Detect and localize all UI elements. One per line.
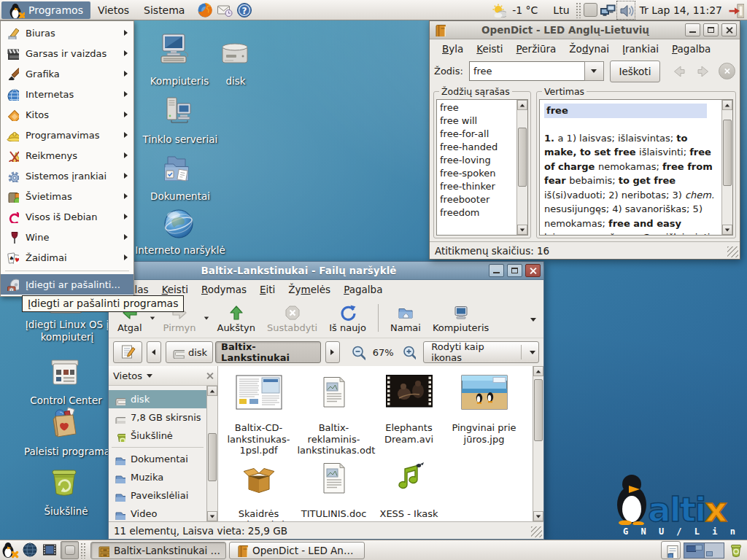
scroll-down-button[interactable] (533, 511, 543, 521)
video-launcher-icon[interactable] (41, 541, 59, 559)
od-menu-pagalba[interactable]: Pagalba (665, 42, 717, 56)
fm-menu-eiti[interactable]: Eiti (253, 282, 282, 297)
view-mode-select[interactable]: Rodyti kaip ikonas (423, 341, 539, 363)
od-menu-keisti[interactable]: Keisti (470, 42, 509, 56)
od-menu-odynai[interactable]: Žodynai (562, 42, 616, 56)
workspace-1[interactable] (684, 543, 704, 558)
od-close-button[interactable] (721, 23, 737, 36)
scroll-track[interactable] (722, 110, 732, 225)
toolbar-auk-tyn-button[interactable]: Aukštyn (211, 302, 260, 334)
baltix-launcher-icon[interactable] (1, 541, 20, 559)
menu-item-wine[interactable]: Wine (1, 227, 133, 247)
scroll-track[interactable] (207, 396, 217, 511)
clock[interactable]: Tr Lap 14, 11:27 (636, 4, 726, 16)
desktop-icon-iuk-lin[interactable]: Šiukšlinė (28, 464, 104, 518)
search-button[interactable]: Ieškoti (610, 61, 660, 82)
menu-item-kitos[interactable]: Kitos (1, 104, 133, 125)
scroll-track[interactable] (533, 376, 543, 511)
scroll-down-button[interactable] (517, 225, 527, 235)
sidebar-item-iuk-lin[interactable]: Šiukšlinė (109, 427, 206, 445)
files-scrollbar[interactable] (533, 366, 543, 521)
location-edit-button[interactable] (113, 341, 142, 363)
sidebar-item-disk[interactable]: disk (109, 390, 206, 408)
mail-launcher-icon[interactable] (216, 1, 233, 19)
history-back-icon[interactable] (670, 63, 689, 80)
fm-menu-rodymas[interactable]: Rodymas (195, 282, 253, 297)
desktop-icon-kompiuteris[interactable]: Kompiuteris (143, 32, 216, 88)
panel-handle[interactable] (80, 542, 86, 559)
sidebar-close-icon[interactable] (206, 373, 213, 379)
path-scroll-left-button[interactable] (147, 341, 161, 363)
menu-item-vietimas[interactable]: Švietimas (1, 186, 133, 206)
od-minimize-button[interactable] (685, 23, 700, 36)
translation-scrollbar[interactable] (721, 100, 732, 235)
wordlist-scrollbar[interactable] (516, 100, 527, 235)
sidebar-item-dokumentai[interactable]: Dokumentai (109, 450, 206, 468)
workspace-2[interactable] (704, 543, 724, 558)
taskbar-button-baltix-lankstinukai-f[interactable]: Baltix-Lankstinukai - F... (90, 542, 226, 559)
file-pingvinai-prie-j-ros-jpg[interactable]: Pingvinai prie jūros.jpg (446, 370, 522, 456)
zoom-out-icon[interactable] (350, 344, 365, 360)
sidebar-header[interactable]: Vietos (109, 366, 217, 386)
scroll-up-button[interactable] (207, 386, 217, 396)
menu-item-sistemos-rankiai[interactable]: Sistemos įrankiai (1, 166, 133, 186)
logout-icon[interactable] (728, 2, 744, 18)
toolbar-namai-button[interactable]: Namai (384, 302, 427, 334)
desktop-icon-dokumentai[interactable]: Dokumentai (141, 152, 220, 203)
desktop-icon-disk[interactable]: disk (210, 38, 261, 88)
menu-item-programavimas[interactable]: Programavimas (1, 125, 133, 145)
toolbar-overflow-button[interactable] (526, 313, 541, 324)
path-button-baltix-lankstinukai[interactable]: Baltix-Lankstinukai (215, 341, 321, 363)
fm-minimize-button[interactable] (489, 264, 504, 277)
volume-tray-icon[interactable] (618, 2, 634, 18)
sidebar-scrollbar[interactable] (206, 386, 217, 521)
tray-icon[interactable] (584, 3, 597, 17)
stop-search-button[interactable] (719, 63, 735, 79)
sidebar-item-paveiksl-liai[interactable]: Paveikslėliai (109, 486, 206, 505)
toolbar-sustabdyti-button[interactable]: Sustabdyti (261, 302, 323, 334)
desktop-icon-control-center[interactable]: Control Center (24, 357, 108, 407)
panel-handle[interactable] (576, 2, 581, 18)
word-list-item[interactable]: free (437, 101, 516, 114)
word-input[interactable]: free (469, 61, 584, 81)
workspace-switcher[interactable] (684, 542, 724, 559)
od-titlebar[interactable]: OpenDict - LED Anglų-Lietuvių (430, 21, 740, 39)
fm-titlebar[interactable]: Baltix-Lankstinukai - Failų naršyklė (109, 262, 543, 280)
zoom-in-icon[interactable] (401, 344, 417, 360)
path-button-disk[interactable]: disk (166, 341, 213, 363)
help-launcher-icon[interactable]: ? (236, 1, 253, 19)
taskbar-button-opendict-led-angl[interactable]: OpenDict - LED Anglų-... (229, 542, 365, 559)
desktop-icon-tinklo-serveriai[interactable]: Tinklo serveriai (136, 95, 225, 146)
file-baltix-cd-lankstinukas-1psl-pdf[interactable]: Baltix-CD-lankstinukas-1psl.pdf (221, 370, 296, 456)
fm-menu-ymel-s[interactable]: Žymelės (282, 282, 337, 297)
resize-grip[interactable] (727, 246, 738, 257)
notes-applet-button[interactable] (661, 541, 681, 559)
menu-item-reikmenys[interactable]: Reikmenys (1, 145, 133, 166)
trash-applet-icon[interactable] (727, 541, 746, 559)
word-list-item[interactable]: free-loving (437, 153, 516, 166)
toolbar-i-naujo-button[interactable]: Iš naujo (323, 302, 372, 334)
combo-dropdown-button[interactable] (584, 61, 604, 81)
menu-item-biuras[interactable]: Biuras (1, 23, 133, 43)
menu-sistema[interactable]: Sistema (136, 1, 192, 19)
menu-item-visos-i-debian[interactable]: Visos iš Debian (1, 206, 133, 227)
od-menu-byla[interactable]: Byla (436, 42, 470, 56)
menu-item-idiegti-ar-pasalinti[interactable]: Įdiegti ar pašalinti... (1, 274, 133, 295)
scroll-thumb[interactable] (208, 433, 217, 481)
scroll-thumb[interactable] (534, 379, 543, 441)
file-elephants-dream-avi[interactable]: Elephants Dream.avi (371, 370, 446, 456)
keyboard-indicator[interactable]: Ltu (549, 4, 573, 16)
toolbar-pirmyn-dropdown[interactable] (201, 303, 211, 332)
desktop-icon-interneto-nar-ykl[interactable]: Interneto naršyklė (133, 206, 228, 257)
network-tray-icon[interactable] (600, 2, 616, 18)
word-list-item[interactable]: free-thinker (437, 179, 516, 192)
word-list-item[interactable]: free-for-all (437, 127, 516, 140)
scroll-thumb[interactable] (723, 120, 732, 186)
show-desktop-button[interactable] (61, 541, 79, 559)
resize-grip[interactable] (531, 526, 542, 537)
scroll-up-button[interactable] (517, 100, 527, 110)
file-baltix-reklaminis-lankstinukas-odt[interactable]: Baltix-reklaminis-lankstinukas.odt (296, 370, 371, 456)
desktop-icon-paleisti-program[interactable]: Paleisti programą (20, 405, 114, 458)
menu-programos[interactable]: Programos (1, 1, 90, 19)
sidebar-item-video[interactable]: Video (109, 505, 206, 521)
